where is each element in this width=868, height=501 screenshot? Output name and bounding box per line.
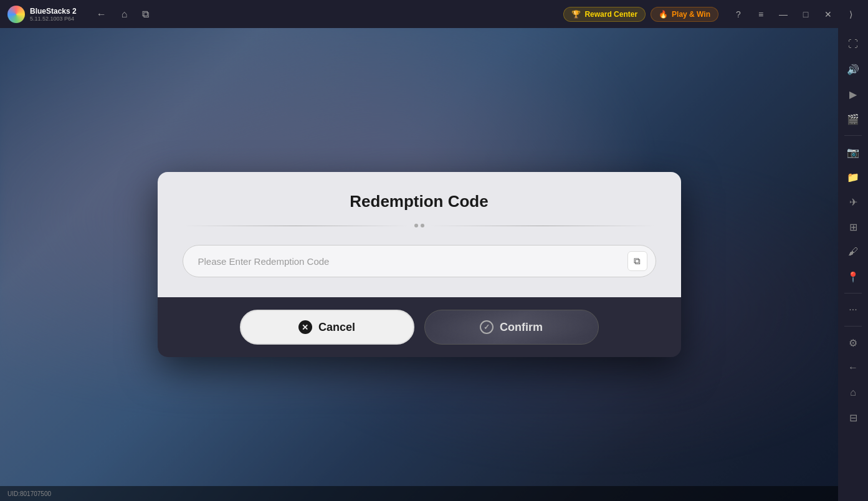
reward-center-emoji: 🏆: [571, 10, 581, 19]
help-button[interactable]: ?: [728, 4, 748, 24]
cancel-icon: ✕: [298, 320, 312, 334]
expand-button[interactable]: ⟩: [841, 4, 861, 24]
modal-top: Redemption Code ⧉: [158, 172, 681, 297]
sidebar-divider-2: [844, 293, 862, 293]
play-win-button[interactable]: 🔥 Play & Win: [651, 7, 718, 22]
right-sidebar: ⛶ 🔊 ▶ 🎬 📷 📁 ✈ ⊞ 🖌 📍 ··· ⚙ ← ⌂ ⊟: [838, 28, 868, 501]
divider-dots: [414, 224, 424, 227]
confirm-label: Confirm: [500, 321, 543, 334]
app-name: BlueStacks 2: [30, 7, 77, 16]
redemption-code-modal: Redemption Code ⧉: [158, 172, 681, 357]
more-icon[interactable]: ···: [842, 298, 864, 321]
confirm-button[interactable]: ✓ Confirm: [424, 310, 599, 345]
sidebar-divider-1: [844, 135, 862, 136]
location-icon[interactable]: 📍: [842, 265, 864, 288]
redemption-code-input[interactable]: [183, 245, 656, 277]
uid-label: UID:801707500: [7, 490, 51, 497]
volume-icon[interactable]: 🔊: [842, 58, 864, 80]
divider-dot-1: [414, 224, 418, 227]
airplane-icon[interactable]: ✈: [842, 191, 864, 213]
tabs-button[interactable]: ⧉: [140, 6, 151, 22]
titlebar: BlueStacks 2 5.11.52.1003 P64 ← ⌂ ⧉ 🏆 Re…: [0, 0, 868, 28]
main-content: Redemption Code ⧉: [0, 28, 838, 501]
screenshot-icon[interactable]: 🎬: [842, 108, 864, 130]
menu-button[interactable]: ≡: [751, 4, 771, 24]
bluestacks-logo-icon: [7, 6, 25, 23]
divider-dot-2: [421, 224, 424, 227]
divider-line-right: [429, 226, 656, 226]
maximize-button[interactable]: □: [796, 4, 816, 24]
camera-icon[interactable]: 📷: [842, 141, 864, 163]
modal-bottom: ✕ Cancel ✓ Confirm: [158, 297, 681, 357]
modal-divider: [183, 224, 656, 227]
modal-title: Redemption Code: [183, 192, 656, 211]
back-button[interactable]: ←: [94, 6, 109, 22]
app-version: 5.11.52.1003 P64: [30, 16, 77, 22]
minimize-button[interactable]: —: [773, 4, 793, 24]
video-icon[interactable]: ▶: [842, 83, 864, 105]
divider-line-left: [183, 226, 409, 226]
back-nav-icon[interactable]: ←: [842, 356, 864, 379]
app-logo-area: BlueStacks 2 5.11.52.1003 P64: [0, 6, 84, 23]
cancel-label: Cancel: [318, 321, 355, 334]
play-win-emoji: 🔥: [659, 10, 668, 19]
apps-icon[interactable]: ⊟: [842, 406, 864, 429]
brush-icon[interactable]: 🖌: [842, 241, 864, 263]
modal-overlay: Redemption Code ⧉: [0, 28, 838, 501]
resize-icon[interactable]: ⊞: [842, 216, 864, 238]
input-wrapper: ⧉: [183, 245, 656, 277]
settings-icon[interactable]: ⚙: [842, 332, 864, 354]
play-win-label: Play & Win: [672, 10, 710, 19]
app-info: BlueStacks 2 5.11.52.1003 P64: [30, 7, 77, 22]
clipboard-button[interactable]: ⧉: [627, 251, 647, 271]
cancel-button[interactable]: ✕ Cancel: [240, 310, 414, 345]
reward-center-button[interactable]: 🏆 Reward Center: [563, 7, 646, 22]
sidebar-divider-3: [844, 326, 862, 327]
home-button[interactable]: ⌂: [119, 6, 130, 22]
titlebar-nav: ← ⌂ ⧉: [84, 6, 162, 22]
folder-icon[interactable]: 📁: [842, 166, 864, 188]
window-controls: ? ≡ — □ ✕ ⟩: [728, 4, 861, 24]
status-bar: UID:801707500: [0, 486, 838, 501]
confirm-icon: ✓: [480, 320, 494, 334]
clipboard-icon: ⧉: [634, 255, 641, 267]
fullscreen-icon[interactable]: ⛶: [842, 33, 864, 55]
reward-center-label: Reward Center: [584, 10, 637, 19]
home-nav-icon[interactable]: ⌂: [842, 381, 864, 404]
titlebar-right: 🏆 Reward Center 🔥 Play & Win ? ≡ — □ ✕ ⟩: [556, 4, 868, 24]
close-button[interactable]: ✕: [818, 4, 838, 24]
cancel-x-icon: ✕: [302, 323, 308, 332]
confirm-check-icon: ✓: [484, 323, 490, 332]
